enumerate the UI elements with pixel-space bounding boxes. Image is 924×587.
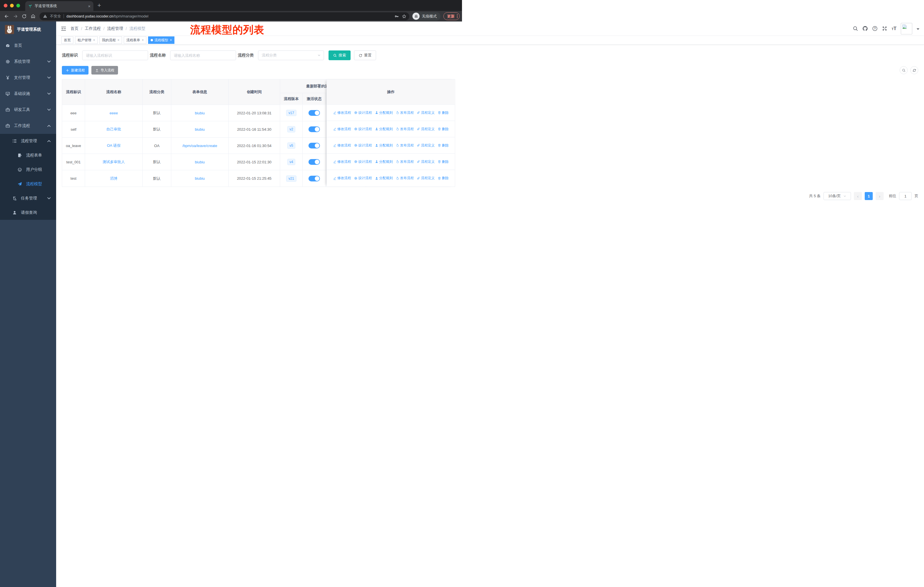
- action-设计流程[interactable]: 设计流程: [354, 143, 372, 148]
- active-toggle[interactable]: [309, 143, 320, 149]
- form-info-link[interactable]: biubiu: [195, 127, 205, 132]
- new-tab-button[interactable]: +: [97, 2, 101, 9]
- active-toggle[interactable]: [309, 159, 320, 165]
- action-流程定义[interactable]: 流程定义: [417, 176, 435, 180]
- version-badge: v21: [286, 175, 296, 182]
- forward-button[interactable]: [11, 12, 20, 20]
- action-发布流程[interactable]: 发布流程: [396, 176, 414, 180]
- paperclip-icon: [417, 177, 420, 180]
- tag-tab-我的流程[interactable]: 我的流程×: [99, 36, 122, 44]
- browser-menu-icon[interactable]: [457, 14, 458, 18]
- action-修改流程[interactable]: 修改流程: [333, 176, 351, 180]
- version-badge: v2: [287, 126, 295, 132]
- action-修改流程[interactable]: 修改流程: [333, 110, 351, 115]
- action-流程定义[interactable]: 流程定义: [417, 127, 435, 132]
- app-logo[interactable]: 芋道管理系统: [0, 21, 56, 38]
- process-name-link[interactable]: 自己审批: [106, 127, 121, 132]
- create-process-button[interactable]: 新建流程: [62, 66, 89, 74]
- action-删除[interactable]: 删除: [438, 127, 449, 132]
- form-info-link[interactable]: biubiu: [195, 160, 205, 164]
- action-设计流程[interactable]: 设计流程: [354, 127, 372, 132]
- url-bar[interactable]: 不安全 dashboard.yudao.iocoder.cn/bpm/manag…: [40, 12, 409, 20]
- sidebar-item-流程模型[interactable]: 流程模型: [0, 177, 56, 191]
- tag-tab-流程表单[interactable]: 流程表单×: [124, 36, 146, 44]
- action-分配规则[interactable]: 分配规则: [375, 159, 393, 164]
- tag-close-icon[interactable]: ×: [117, 38, 119, 42]
- action-分配规则[interactable]: 分配规则: [375, 110, 393, 115]
- active-toggle[interactable]: [309, 126, 320, 132]
- action-删除[interactable]: 删除: [438, 159, 449, 164]
- process-key-input[interactable]: [82, 50, 148, 60]
- sidebar-item-流程表单[interactable]: 流程表单: [0, 148, 56, 162]
- action-设计流程[interactable]: 设计流程: [354, 159, 372, 164]
- key-icon[interactable]: [394, 14, 399, 19]
- sidebar-submenu: 流程管理流程表单用户分组流程模型任务管理请假查询: [0, 134, 56, 220]
- sidebar-item-基础设施[interactable]: 基础设施: [0, 86, 56, 102]
- import-process-button[interactable]: 导入流程: [91, 66, 118, 74]
- category-select[interactable]: 流程分类: [258, 50, 324, 60]
- sidebar-item-支付管理[interactable]: 支付管理: [0, 69, 56, 86]
- action-分配规则[interactable]: 分配规则: [375, 127, 393, 132]
- tag-tab-租户管理[interactable]: 租户管理×: [75, 36, 98, 44]
- browser-tab[interactable]: 芋道管理系统 ×: [25, 1, 93, 11]
- search-button[interactable]: 搜索: [328, 50, 351, 60]
- form-info-link[interactable]: biubiu: [195, 176, 205, 180]
- action-修改流程[interactable]: 修改流程: [333, 159, 351, 164]
- breadcrumb-home[interactable]: 首页: [71, 26, 79, 31]
- process-name-link[interactable]: OA 请假: [107, 143, 120, 148]
- sidebar-item-工作流程[interactable]: 工作流程: [0, 118, 56, 134]
- action-发布流程[interactable]: 发布流程: [396, 143, 414, 148]
- action-删除[interactable]: 删除: [438, 110, 449, 115]
- minimize-window-button[interactable]: [10, 4, 14, 7]
- actions-cell: 修改流程设计流程分配规则发布流程流程定义删除: [327, 154, 455, 170]
- action-分配规则[interactable]: 分配规则: [375, 143, 393, 148]
- form-info-link[interactable]: biubiu: [195, 111, 205, 115]
- tag-close-icon[interactable]: ×: [93, 38, 95, 42]
- process-name-link[interactable]: 滔博: [110, 176, 117, 181]
- sidebar-item-系统管理[interactable]: 系统管理: [0, 54, 56, 69]
- action-流程定义[interactable]: 流程定义: [417, 143, 435, 148]
- action-流程定义[interactable]: 流程定义: [417, 110, 435, 115]
- action-发布流程[interactable]: 发布流程: [396, 159, 414, 164]
- bookmark-star-icon[interactable]: [402, 14, 406, 19]
- sidebar-item-研发工具[interactable]: 研发工具: [0, 102, 56, 118]
- form-info-link[interactable]: /bpm/oa/leave/create: [182, 144, 217, 148]
- active-toggle[interactable]: [309, 176, 320, 182]
- process-name-link[interactable]: 测试多审批人: [102, 159, 125, 165]
- sidebar-item-流程管理[interactable]: 流程管理: [0, 134, 56, 148]
- action-发布流程[interactable]: 发布流程: [396, 110, 414, 115]
- home-button[interactable]: [29, 12, 37, 20]
- chrome-update-button[interactable]: 更新: [443, 12, 460, 20]
- sidebar-item-请假查询[interactable]: 请假查询: [0, 205, 56, 220]
- action-修改流程[interactable]: 修改流程: [333, 143, 351, 148]
- action-流程定义[interactable]: 流程定义: [417, 159, 435, 164]
- action-删除[interactable]: 删除: [438, 176, 449, 180]
- action-设计流程[interactable]: 设计流程: [354, 110, 372, 115]
- action-修改流程[interactable]: 修改流程: [333, 127, 351, 132]
- active-toggle[interactable]: [309, 110, 320, 116]
- tag-close-icon[interactable]: ×: [142, 38, 144, 42]
- tag-tab-流程模型[interactable]: 流程模型×: [148, 36, 175, 44]
- reload-button[interactable]: [20, 12, 28, 20]
- tag-tab-首页[interactable]: 首页: [61, 36, 73, 44]
- action-发布流程[interactable]: 发布流程: [396, 127, 414, 132]
- sidebar-item-用户分组[interactable]: 用户分组: [0, 162, 56, 177]
- action-删除[interactable]: 删除: [438, 143, 449, 148]
- version-badge: v5: [287, 142, 295, 149]
- process-name-input[interactable]: [170, 50, 236, 60]
- breadcrumb-workflow[interactable]: 工作流程: [85, 26, 101, 31]
- breadcrumb-process-mgmt[interactable]: 流程管理: [107, 26, 123, 31]
- sidebar-item-任务管理[interactable]: 任务管理: [0, 191, 56, 205]
- process-name-link[interactable]: eeee: [110, 111, 118, 115]
- tab-close-icon[interactable]: ×: [88, 4, 91, 8]
- action-设计流程[interactable]: 设计流程: [354, 176, 372, 180]
- tag-close-icon[interactable]: ×: [170, 38, 172, 42]
- close-window-button[interactable]: [4, 4, 7, 7]
- reset-button[interactable]: 重置: [354, 50, 376, 60]
- zoom-window-button[interactable]: [16, 4, 20, 7]
- search-icon: [333, 54, 337, 57]
- back-button[interactable]: [2, 12, 11, 20]
- sidebar-item-首页[interactable]: 首页: [0, 38, 56, 54]
- sidebar-collapse-icon[interactable]: [61, 26, 66, 31]
- action-分配规则[interactable]: 分配规则: [375, 176, 393, 180]
